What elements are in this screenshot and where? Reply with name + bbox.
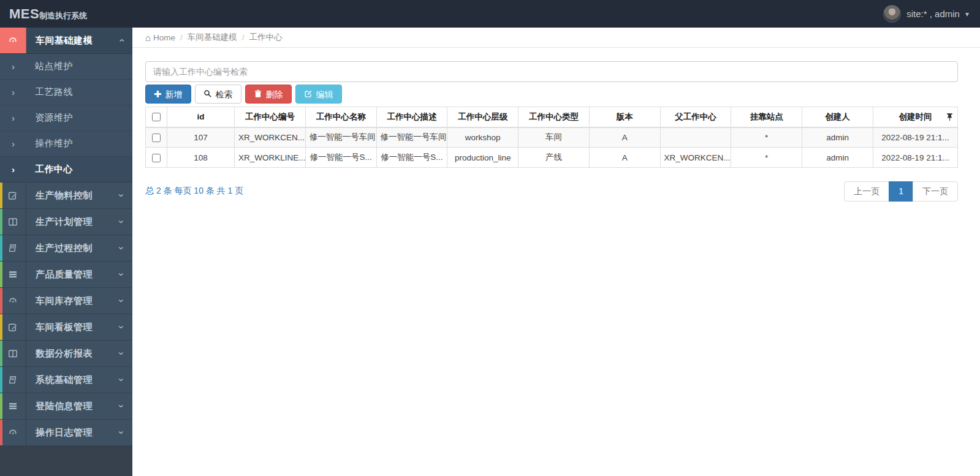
dashboard-icon [0, 420, 26, 445]
content-area: ⌂ Home / 车间基础建模 / 工作中心 ✚ 新增 检索 [132, 28, 980, 476]
sidebar-subitem-work-center[interactable]: › 工作中心 [0, 157, 132, 183]
page-1-button[interactable]: 1 [889, 181, 913, 202]
cell-type: 产线 [518, 148, 590, 168]
sidebar-subitem-label: 资源维护 [26, 112, 73, 124]
cell-type: 车间 [518, 127, 590, 148]
add-button[interactable]: ✚ 新增 [145, 85, 191, 104]
column-header-description[interactable]: 工作中心描述 [376, 107, 447, 127]
sidebar-subitem-resource-maintenance[interactable]: › 资源维护 [0, 105, 132, 131]
table-row[interactable]: 108 XR_WORKLINE... 修一智能一号S... 修一智能一号S...… [146, 148, 958, 168]
breadcrumb-section-link[interactable]: 车间基础建模 [188, 32, 237, 43]
sidebar-item-label: 登陆信息管理 [26, 401, 120, 412]
color-strip [0, 235, 2, 261]
next-page-button[interactable]: 下一页 [913, 181, 958, 202]
sidebar-item-label: 车间基础建模 [26, 35, 120, 47]
dashboard-icon [0, 288, 26, 314]
sidebar-item-production-process-control[interactable]: 生产过程控制 › [0, 235, 132, 262]
user-avatar [883, 5, 901, 23]
pin-icon[interactable] [946, 113, 953, 121]
sidebar-item-label: 产品质量管理 [26, 269, 120, 281]
sidebar-subitem-operation-maintenance[interactable]: › 操作维护 [0, 131, 132, 157]
cell-level: workshop [447, 127, 518, 148]
sidebar-item-data-analysis-reports[interactable]: 数据分析报表 › [0, 341, 132, 367]
user-menu[interactable]: site:* , admin ▾ [883, 5, 980, 23]
row-checkbox[interactable] [152, 154, 161, 162]
prev-page-button[interactable]: 上一页 [844, 181, 889, 202]
home-icon: ⌂ [145, 32, 151, 43]
chevron-right-icon: › [0, 113, 26, 123]
column-header-station[interactable]: 挂靠站点 [731, 107, 802, 127]
sidebar-item-production-plan-management[interactable]: 生产计划管理 › [0, 209, 132, 235]
logo-text-primary: MES [9, 6, 39, 22]
column-header-level[interactable]: 工作中心层级 [447, 107, 518, 127]
cell-code: XR_WORKLINE... [235, 148, 306, 168]
column-header-parent[interactable]: 父工作中心 [660, 107, 731, 127]
sidebar-subitem-station-maintenance[interactable]: › 站点维护 [0, 54, 132, 80]
color-strip [0, 183, 2, 208]
column-header-name[interactable]: 工作中心名称 [305, 107, 376, 127]
app-logo: MES 制造执行系统 [0, 6, 132, 22]
sidebar-item-workshop-board-management[interactable]: 车间看板管理 › [0, 314, 132, 341]
cell-description: 修一智能一号S... [376, 148, 447, 168]
column-header-creator[interactable]: 创建人 [802, 107, 873, 127]
cell-level: production_line [447, 148, 518, 168]
column-header-version[interactable]: 版本 [589, 107, 660, 127]
cell-creator: admin [802, 148, 873, 168]
sidebar-item-label: 生产过程控制 [26, 243, 120, 254]
user-label: site:* , admin [906, 9, 960, 19]
sidebar-item-workshop-base-modeling[interactable]: 车间基础建模 › [0, 28, 132, 54]
toolbar: ✚ 新增 检索 删除 编辑 [145, 85, 958, 104]
edit-button[interactable]: 编辑 [295, 85, 342, 104]
chevron-right-icon: › [0, 87, 26, 97]
cell-version: A [589, 148, 660, 168]
breadcrumb: ⌂ Home / 车间基础建模 / 工作中心 [132, 28, 980, 48]
search-icon [203, 89, 212, 99]
delete-button[interactable]: 删除 [245, 85, 292, 104]
sidebar-subitem-label: 工作中心 [26, 164, 73, 175]
edit-icon [304, 89, 313, 99]
column-header-type[interactable]: 工作中心类型 [518, 107, 590, 127]
sidebar-subitem-process-route[interactable]: › 工艺路线 [0, 80, 132, 105]
sidebar-item-login-info-management[interactable]: 登陆信息管理 › [0, 393, 132, 420]
sidebar-item-label: 操作日志管理 [26, 427, 120, 439]
color-strip [0, 314, 2, 340]
sidebar-item-system-base-management[interactable]: 系统基础管理 › [0, 367, 132, 393]
search-input[interactable] [145, 61, 958, 82]
chevron-right-icon: › [0, 61, 26, 72]
sidebar-item-product-quality-management[interactable]: 产品质量管理 › [0, 262, 132, 288]
select-all-checkbox[interactable] [152, 113, 161, 121]
sidebar-subitem-label: 站点维护 [26, 61, 73, 72]
columns-icon [0, 209, 26, 235]
sidebar-item-operation-log-management[interactable]: 操作日志管理 › [0, 420, 132, 446]
plus-icon: ✚ [154, 89, 162, 99]
sidebar-item-workshop-inventory-management[interactable]: 车间库存管理 › [0, 288, 132, 314]
search-button[interactable]: 检索 [195, 85, 241, 104]
cell-station: * [731, 127, 802, 148]
color-strip [0, 393, 2, 419]
sidebar-item-production-material-control[interactable]: 生产物料控制 › [0, 183, 132, 209]
column-header-code[interactable]: 工作中心编号 [235, 107, 306, 127]
cell-parent [660, 127, 731, 148]
chevron-down-icon: › [116, 431, 126, 434]
logo-text-secondary: 制造执行系统 [39, 10, 87, 21]
chevron-up-icon: › [116, 39, 126, 42]
sidebar-item-label: 生产物料控制 [26, 190, 120, 202]
column-header-create-time[interactable]: 创建时间 [873, 107, 958, 127]
cell-creator: admin [802, 127, 873, 148]
sidebar-item-label: 系统基础管理 [26, 374, 120, 386]
work-center-table: id 工作中心编号 工作中心名称 工作中心描述 工作中心层级 工作中心类型 版本… [145, 107, 958, 168]
edit-button-label: 编辑 [316, 90, 333, 99]
column-header-label: 创建时间 [899, 112, 932, 121]
caret-down-icon: ▾ [965, 10, 969, 18]
column-header-id[interactable]: id [167, 107, 235, 127]
color-strip [0, 262, 2, 287]
cell-station: * [731, 148, 802, 168]
breadcrumb-home-link[interactable]: Home [153, 33, 175, 42]
search-button-label: 检索 [216, 90, 233, 99]
color-strip [0, 209, 2, 235]
row-checkbox[interactable] [152, 134, 161, 142]
table-row[interactable]: 107 XR_WORKCEN... 修一智能一号车间 修一智能一号车间 work… [146, 127, 958, 148]
breadcrumb-separator: / [180, 33, 183, 42]
cell-code: XR_WORKCEN... [235, 127, 306, 148]
table-header-row: id 工作中心编号 工作中心名称 工作中心描述 工作中心层级 工作中心类型 版本… [146, 107, 958, 127]
